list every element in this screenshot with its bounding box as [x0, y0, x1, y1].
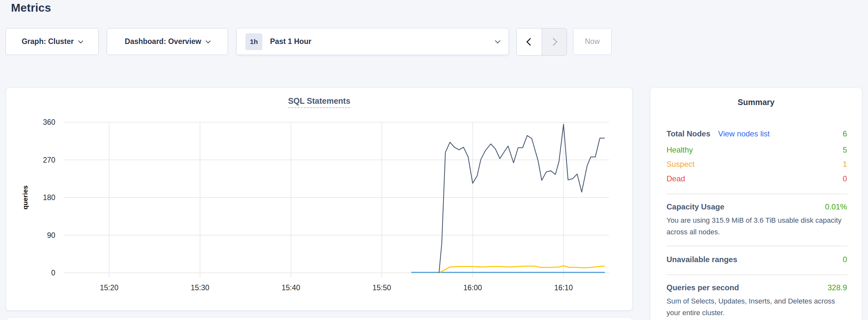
summary-title: Summary [650, 98, 862, 107]
svg-text:15:30: 15:30 [191, 284, 210, 292]
svg-text:15:50: 15:50 [373, 284, 391, 292]
svg-text:270: 270 [43, 156, 55, 164]
healthy-label: Healthy [666, 146, 693, 155]
total-nodes-row: Total NodesView nodes list 6 [666, 129, 847, 138]
graph-dropdown-label: Graph: Cluster [22, 37, 74, 46]
svg-text:16:10: 16:10 [554, 284, 573, 292]
healthy-value: 5 [843, 146, 847, 155]
svg-text:queries: queries [21, 186, 29, 210]
chevron-down-icon [206, 38, 211, 43]
time-window-selector[interactable]: 1h Past 1 Hour [237, 28, 509, 55]
capacity-usage-value: 0.01% [825, 202, 847, 212]
chevron-left-icon [526, 38, 534, 45]
divider [666, 275, 848, 275]
sql-chart-svg[interactable]: 15:2015:3015:4015:5016:0016:100901802703… [6, 88, 632, 310]
suspect-label: Suspect [666, 160, 695, 169]
next-chart-card [6, 318, 632, 320]
now-button[interactable]: Now [573, 28, 612, 55]
total-nodes-label: Total Nodes [666, 129, 711, 138]
capacity-usage-row: Capacity Usage 0.01% [666, 202, 847, 212]
svg-text:180: 180 [43, 193, 55, 202]
queries-per-second-label: Queries per second [666, 283, 739, 292]
sql-statements-chart-card: SQL Statements 15:2015:3015:4015:5016:00… [6, 88, 632, 310]
prev-time-button[interactable] [517, 28, 542, 55]
queries-per-second-row: Queries per second 328.9 [666, 283, 847, 292]
dead-label: Dead [666, 174, 685, 183]
suspect-nodes-row: Suspect 1 [666, 160, 847, 169]
queries-per-second-value: 328.9 [828, 283, 847, 292]
page-title: Metrics [11, 0, 51, 15]
total-nodes-value: 6 [843, 129, 847, 138]
suspect-value: 1 [843, 160, 847, 169]
unavailable-ranges-row: Unavailable ranges 0 [666, 255, 847, 264]
queries-per-second-description: Sum of Selects, Updates, Inserts, and De… [666, 295, 849, 319]
dashboard-dropdown[interactable]: Dashboard: Overview [107, 28, 228, 55]
unavailable-ranges-label: Unavailable ranges [666, 255, 737, 264]
svg-text:360: 360 [43, 118, 55, 126]
view-nodes-list-link[interactable]: View nodes list [718, 129, 770, 138]
divider [666, 194, 848, 194]
dead-value: 0 [843, 174, 847, 183]
svg-text:90: 90 [47, 231, 55, 239]
chevron-right-icon [550, 38, 557, 45]
graph-dropdown[interactable]: Graph: Cluster [5, 28, 99, 55]
capacity-usage-label: Capacity Usage [666, 202, 724, 212]
healthy-nodes-row: Healthy 5 [666, 146, 847, 155]
chevron-down-icon [78, 38, 84, 43]
summary-panel: Summary Total NodesView nodes list 6 Hea… [650, 88, 862, 320]
dead-nodes-row: Dead 0 [666, 174, 847, 183]
divider [666, 246, 848, 246]
chevron-down-icon [495, 38, 501, 44]
capacity-usage-description: You are using 315.9 MiB of 3.6 TiB usabl… [666, 215, 849, 238]
svg-text:0: 0 [51, 268, 55, 277]
next-time-button[interactable] [542, 28, 567, 55]
time-window-label: Past 1 Hour [270, 37, 496, 46]
time-window-badge: 1h [245, 33, 262, 50]
time-pager [517, 28, 567, 56]
dashboard-dropdown-label: Dashboard: Overview [125, 37, 201, 46]
svg-text:15:40: 15:40 [282, 284, 301, 292]
svg-text:15:20: 15:20 [100, 284, 119, 292]
svg-text:16:00: 16:00 [463, 284, 482, 292]
unavailable-ranges-value: 0 [843, 255, 847, 264]
